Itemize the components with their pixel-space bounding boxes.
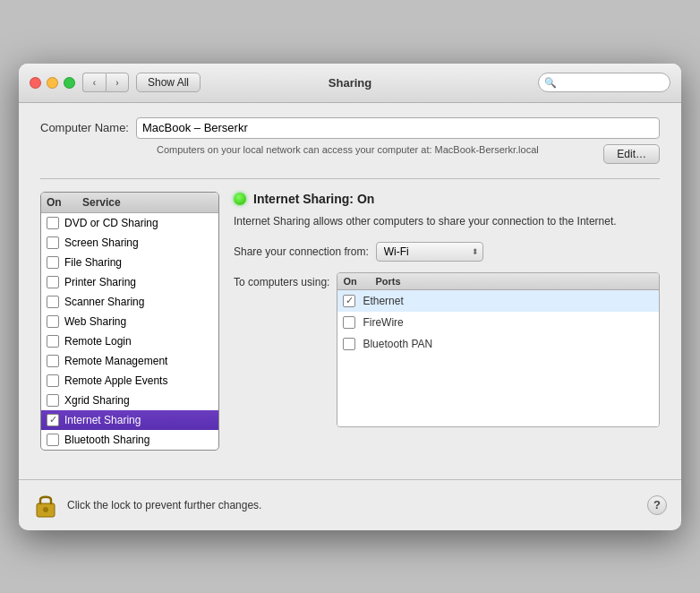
share-from-row: Share your connection from: Wi-Fi Ethern… xyxy=(234,242,660,262)
port-name: FireWire xyxy=(363,316,403,329)
service-name: File Sharing xyxy=(64,256,122,269)
service-name: DVD or CD Sharing xyxy=(64,217,158,229)
service-name: Scanner Sharing xyxy=(64,296,144,308)
services-items-container: DVD or CD SharingScreen SharingFile Shar… xyxy=(41,213,218,450)
service-item[interactable]: Scanner Sharing xyxy=(41,292,218,312)
service-name: Screen Sharing xyxy=(64,236,139,249)
computer-name-row: Computer Name: xyxy=(40,117,660,139)
service-checkbox[interactable] xyxy=(47,335,59,348)
maximize-button[interactable] xyxy=(64,77,75,89)
traffic-lights xyxy=(30,77,75,89)
service-item[interactable]: Printer Sharing xyxy=(41,272,218,292)
service-checkbox[interactable] xyxy=(47,236,59,249)
ports-header-on-label: On xyxy=(343,276,375,287)
ports-table: On Ports ✓EthernetFireWireBluetooth PAN xyxy=(337,272,660,427)
service-name: Xgrid Sharing xyxy=(64,394,130,407)
nav-buttons: ‹ › xyxy=(82,73,129,92)
service-name: Printer Sharing xyxy=(64,276,136,288)
ports-header: On Ports xyxy=(337,273,659,290)
service-item[interactable]: Web Sharing xyxy=(41,312,218,331)
status-dot xyxy=(234,193,246,205)
content-area: Computer Name: Computers on your local n… xyxy=(19,103,681,465)
service-checkbox[interactable]: ✓ xyxy=(47,414,59,426)
service-checkbox[interactable] xyxy=(47,256,59,269)
service-checkbox[interactable] xyxy=(47,355,59,367)
service-item[interactable]: Remote Management xyxy=(41,351,218,371)
service-name: Internet Sharing xyxy=(64,414,141,426)
port-checkbox[interactable] xyxy=(343,338,355,350)
service-checkbox[interactable] xyxy=(47,296,59,308)
service-name: Remote Login xyxy=(64,335,132,348)
port-checkbox[interactable]: ✓ xyxy=(343,295,355,307)
share-from-label: Share your connection from: xyxy=(234,245,369,258)
titlebar: ‹ › Show All Sharing 🔍 xyxy=(19,64,681,103)
svg-point-1 xyxy=(43,507,48,512)
sharing-desc: Internet Sharing allows other computers … xyxy=(234,213,660,229)
share-from-select[interactable]: Wi-Fi Ethernet FireWire xyxy=(376,242,483,262)
service-item[interactable]: File Sharing xyxy=(41,253,218,272)
computer-name-input[interactable] xyxy=(136,117,660,139)
window-title: Sharing xyxy=(329,76,371,90)
service-item[interactable]: Xgrid Sharing xyxy=(41,391,218,410)
to-computers-label: To computers using: xyxy=(234,272,329,288)
ports-header-ports-label: Ports xyxy=(375,276,400,287)
lock-icon[interactable] xyxy=(33,491,58,520)
service-checkbox[interactable] xyxy=(47,276,59,288)
services-header-service: Service xyxy=(82,196,121,209)
main-panel: On Service DVD or CD SharingScreen Shari… xyxy=(40,192,660,451)
port-name: Ethernet xyxy=(363,295,403,307)
to-computers-row: To computers using: On Ports ✓EthernetFi… xyxy=(234,272,660,427)
footer: Click the lock to prevent further change… xyxy=(19,479,681,530)
port-item[interactable]: ✓Ethernet xyxy=(337,290,659,312)
service-item[interactable]: Remote Login xyxy=(41,331,218,351)
services-header: On Service xyxy=(41,193,218,213)
back-button[interactable]: ‹ xyxy=(82,73,106,92)
close-button[interactable] xyxy=(30,77,41,89)
sharing-status-title: Internet Sharing: On xyxy=(253,192,374,206)
service-checkbox[interactable] xyxy=(47,434,59,446)
minimize-button[interactable] xyxy=(47,77,58,89)
search-bar: 🔍 xyxy=(538,73,670,92)
service-name: Web Sharing xyxy=(64,315,126,328)
service-checkbox[interactable] xyxy=(47,217,59,229)
search-icon: 🔍 xyxy=(544,77,557,89)
sharing-status: Internet Sharing: On xyxy=(234,192,660,206)
services-header-on: On xyxy=(47,196,82,209)
local-info-row: Computers on your local network can acce… xyxy=(40,144,660,164)
show-all-button[interactable]: Show All xyxy=(136,73,201,92)
port-item[interactable]: FireWire xyxy=(337,312,659,333)
service-name: Remote Apple Events xyxy=(64,374,167,387)
ports-items-container: ✓EthernetFireWireBluetooth PAN xyxy=(337,290,659,355)
service-name: Bluetooth Sharing xyxy=(64,434,149,446)
service-checkbox[interactable] xyxy=(47,394,59,407)
sharing-window: ‹ › Show All Sharing 🔍 Computer Name: Co… xyxy=(19,64,681,530)
service-checkbox[interactable] xyxy=(47,374,59,387)
service-item[interactable]: DVD or CD Sharing xyxy=(41,213,218,233)
forward-button[interactable]: › xyxy=(106,73,129,92)
computer-name-label: Computer Name: xyxy=(40,121,129,134)
service-item[interactable]: ✓Internet Sharing xyxy=(41,410,218,430)
search-input[interactable] xyxy=(538,73,670,92)
port-name: Bluetooth PAN xyxy=(363,338,432,350)
help-button[interactable]: ? xyxy=(647,495,667,515)
right-panel: Internet Sharing: On Internet Sharing al… xyxy=(234,192,660,451)
service-checkbox[interactable] xyxy=(47,315,59,328)
service-name: Remote Management xyxy=(64,355,167,367)
port-item[interactable]: Bluetooth PAN xyxy=(337,333,659,355)
edit-button[interactable]: Edit… xyxy=(603,144,660,164)
services-list: On Service DVD or CD SharingScreen Shari… xyxy=(40,192,219,451)
service-item[interactable]: Bluetooth Sharing xyxy=(41,430,218,450)
ports-spacer xyxy=(337,355,659,426)
local-info-text: Computers on your local network can acce… xyxy=(157,144,594,155)
service-item[interactable]: Remote Apple Events xyxy=(41,371,218,391)
port-checkbox[interactable] xyxy=(343,316,355,329)
share-from-select-wrap: Wi-Fi Ethernet FireWire ⬍ xyxy=(376,242,483,262)
divider xyxy=(40,178,660,179)
service-item[interactable]: Screen Sharing xyxy=(41,233,218,253)
footer-text: Click the lock to prevent further change… xyxy=(67,499,647,511)
